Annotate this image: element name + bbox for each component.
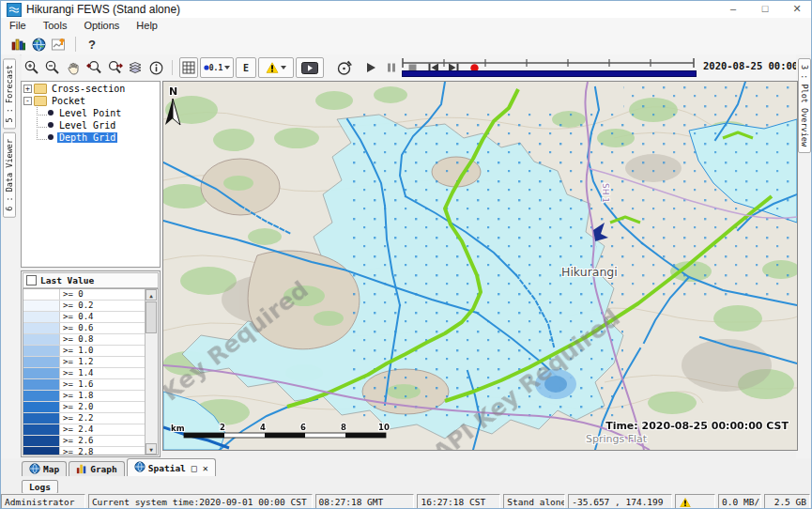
logs-button[interactable]: Logs [22, 480, 58, 494]
tree-item[interactable]: Depth Grid [23, 131, 160, 143]
legend-row[interactable]: >= 0.4 [23, 312, 158, 323]
svg-text:10: 10 [378, 423, 390, 432]
status-cell-text: Stand alone [507, 497, 565, 507]
scroll-thumb[interactable] [146, 301, 157, 333]
tab-maximize-icon[interactable]: □ [192, 463, 197, 473]
tree-item-label[interactable]: Depth Grid [57, 132, 117, 143]
status-mode: Stand alone [503, 494, 565, 509]
legend-row-label: >= 2.8 [60, 447, 94, 455]
tree-expander-icon[interactable]: + [23, 85, 32, 93]
legend-row[interactable]: >= 2.4 [23, 424, 158, 436]
locality-label: Springs Flat [586, 433, 648, 445]
legend-row[interactable]: >= 0.2 [23, 301, 158, 312]
legend-swatch [23, 368, 60, 378]
legend-scrollbar[interactable]: ▲ ▼ [145, 289, 158, 455]
status-cell-text: 0.0 MB/s [722, 497, 761, 507]
menu-file[interactable]: File [1, 18, 35, 34]
play-button[interactable] [361, 59, 380, 76]
dropdown-caret-icon [281, 66, 286, 69]
status-cell-text: Current system time:2020-09-01 00:00 CST [92, 497, 307, 507]
spatial-display-button[interactable] [29, 36, 48, 53]
status-coordinates: -35.657 , 174.199 [568, 494, 672, 509]
menu-help[interactable]: Help [128, 18, 166, 34]
legend-swatch [23, 301, 60, 311]
legend-row-label: >= 1.0 [60, 346, 94, 356]
tab-graph[interactable]: Graph [69, 461, 125, 476]
zoom-previous-button[interactable] [84, 59, 103, 76]
legend-swatch [23, 402, 60, 412]
tree-item-label[interactable]: Level Point [57, 108, 123, 118]
legend-row-label: >= 0 [60, 289, 84, 300]
tree-expander-icon[interactable]: - [23, 97, 32, 105]
tree-item-label[interactable]: Pocket [50, 96, 87, 106]
legend-panel: Last Value >= 0>= 0.2>= 0.4>= 0.6>= 0.8>… [21, 270, 161, 457]
movie-loop-button[interactable] [334, 59, 353, 76]
legend-row[interactable]: >= 1.8 [23, 391, 158, 402]
animation-button[interactable] [296, 57, 324, 78]
legend-row[interactable]: >= 1.4 [23, 368, 158, 379]
layers-button[interactable] [126, 59, 145, 76]
legend-row[interactable]: >= 1.6 [23, 379, 158, 391]
tab-data-viewer[interactable]: 6 : Data Viewer [3, 132, 16, 218]
minimize-button[interactable]: – [717, 1, 749, 18]
tab-close-icon[interactable]: ✕ [203, 463, 208, 473]
legend-swatch [23, 312, 60, 322]
help-button[interactable]: ? [83, 36, 101, 53]
legend-row[interactable]: >= 2.6 [23, 436, 158, 447]
grid-values-button[interactable]: 0.1 [200, 57, 234, 78]
tab-map[interactable]: Map [22, 461, 67, 476]
menu-options[interactable]: Options [75, 18, 128, 34]
chart-icon [76, 463, 87, 476]
legend-swatch [23, 379, 60, 390]
timeline-range-bar[interactable] [402, 70, 697, 77]
legend-row[interactable]: >= 2.2 [23, 413, 158, 424]
tree-connector [37, 130, 47, 140]
legend-row[interactable]: >= 2.8 [23, 447, 158, 455]
zoom-in-button[interactable] [23, 59, 41, 76]
tree-item[interactable]: +Cross-section [23, 83, 160, 94]
tree-item-label[interactable]: Cross-section [50, 84, 127, 94]
scroll-up-icon[interactable]: ▲ [146, 289, 157, 301]
app-logo-icon [7, 3, 22, 17]
pause-button[interactable] [382, 59, 401, 76]
map-canvas[interactable]: SH 1 Hikurangi Springs Flat API Key Requ… [162, 81, 798, 451]
tab-plot-overview[interactable]: 3 : Plot Overview [798, 58, 811, 153]
legend-list: >= 0>= 0.2>= 0.4>= 0.6>= 0.8>= 1.0>= 1.2… [23, 288, 159, 455]
info-button[interactable] [146, 59, 165, 76]
legend-row[interactable]: >= 0.8 [23, 334, 158, 346]
status-system-time: Current system time:2020-09-01 00:00 CST [88, 494, 313, 509]
legend-row[interactable]: >= 2.0 [23, 402, 158, 413]
tree-item-label[interactable]: Level Grid [57, 120, 117, 131]
legend-row[interactable]: >= 0 [23, 289, 158, 301]
status-bar: AdministratorCurrent system time:2020-09… [1, 493, 812, 509]
legend-row[interactable]: >= 1.0 [23, 346, 158, 357]
timeline-slider[interactable] [400, 56, 698, 79]
tab-forecast[interactable]: 5 : Forecast [3, 58, 16, 129]
legend-swatch [23, 357, 60, 367]
status-memory: 2.5 GB [764, 494, 810, 509]
bottom-tab-bar: MapGraphSpatial□✕ [22, 458, 796, 476]
maximize-button[interactable]: □ [749, 1, 781, 18]
tab-label: Map [43, 464, 59, 474]
timeseries-dialog-button[interactable] [50, 36, 69, 53]
legend-swatch [23, 346, 60, 356]
data-display-button[interactable] [8, 36, 27, 53]
folder-icon [34, 96, 47, 106]
tab-spatial[interactable]: Spatial□✕ [127, 458, 216, 476]
legend-swatch [23, 323, 60, 333]
thresholds-button[interactable] [258, 57, 294, 78]
bullet-icon [48, 110, 54, 116]
pan-hand-button[interactable] [64, 59, 83, 76]
contour-lines-button[interactable]: E [236, 57, 256, 78]
close-button[interactable]: ✕ [781, 1, 812, 18]
tab-label: Spatial [148, 463, 186, 473]
zoom-next-button[interactable] [105, 59, 124, 76]
legend-row[interactable]: >= 0.6 [23, 323, 158, 334]
grid-display-button[interactable] [179, 57, 198, 78]
svg-text:8: 8 [341, 423, 346, 432]
scroll-down-icon[interactable]: ▼ [146, 443, 157, 455]
legend-row[interactable]: >= 1.2 [23, 357, 158, 368]
last-value-checkbox[interactable] [26, 275, 37, 285]
menu-tools[interactable]: Tools [35, 18, 76, 34]
zoom-out-button[interactable] [43, 59, 62, 76]
